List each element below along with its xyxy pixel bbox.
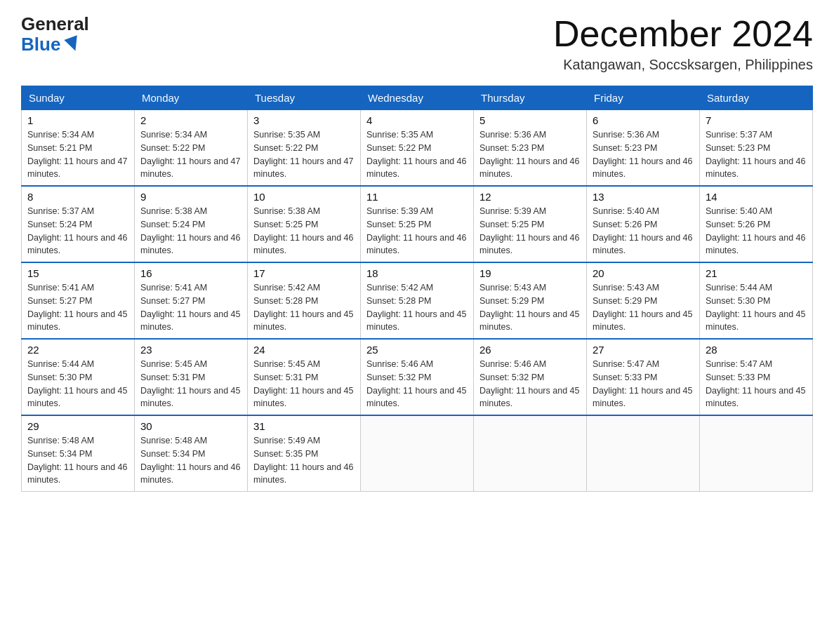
calendar-cell: 11 Sunrise: 5:39 AMSunset: 5:25 PMDaylig… (361, 186, 474, 262)
day-number: 16 (140, 267, 241, 279)
day-header-wednesday: Wednesday (361, 86, 474, 110)
day-info: Sunrise: 5:38 AMSunset: 5:24 PMDaylight:… (140, 206, 240, 255)
calendar-cell: 10 Sunrise: 5:38 AMSunset: 5:25 PMDaylig… (248, 186, 361, 262)
calendar-table: SundayMondayTuesdayWednesdayThursdayFrid… (21, 86, 813, 492)
calendar-cell: 28 Sunrise: 5:47 AMSunset: 5:33 PMDaylig… (700, 339, 813, 415)
calendar-cell (474, 415, 587, 492)
days-of-week-row: SundayMondayTuesdayWednesdayThursdayFrid… (22, 86, 813, 110)
calendar-cell: 16 Sunrise: 5:41 AMSunset: 5:27 PMDaylig… (135, 262, 248, 339)
day-info: Sunrise: 5:40 AMSunset: 5:26 PMDaylight:… (706, 206, 805, 255)
day-number: 24 (253, 344, 355, 356)
day-number: 20 (593, 267, 694, 279)
day-info: Sunrise: 5:49 AMSunset: 5:35 PMDaylight:… (253, 436, 353, 485)
day-number: 25 (366, 344, 468, 356)
day-number: 9 (140, 191, 241, 203)
day-info: Sunrise: 5:42 AMSunset: 5:28 PMDaylight:… (253, 283, 353, 332)
calendar-cell: 18 Sunrise: 5:42 AMSunset: 5:28 PMDaylig… (361, 262, 474, 339)
calendar-cell: 23 Sunrise: 5:45 AMSunset: 5:31 PMDaylig… (135, 339, 248, 415)
day-number: 15 (27, 267, 128, 279)
logo-blue-text: Blue (21, 34, 83, 55)
calendar-cell: 20 Sunrise: 5:43 AMSunset: 5:29 PMDaylig… (587, 262, 700, 339)
calendar-cell: 17 Sunrise: 5:42 AMSunset: 5:28 PMDaylig… (248, 262, 361, 339)
calendar-cell: 1 Sunrise: 5:34 AMSunset: 5:21 PMDayligh… (22, 110, 135, 187)
logo: General Blue (21, 14, 89, 54)
day-number: 26 (479, 344, 581, 356)
day-number: 13 (593, 191, 694, 203)
day-number: 1 (27, 114, 128, 126)
week-row-2: 8 Sunrise: 5:37 AMSunset: 5:24 PMDayligh… (22, 186, 813, 262)
day-number: 10 (253, 191, 355, 203)
calendar-cell: 30 Sunrise: 5:48 AMSunset: 5:34 PMDaylig… (135, 415, 248, 492)
logo-triangle-icon (65, 35, 82, 53)
day-info: Sunrise: 5:37 AMSunset: 5:24 PMDaylight:… (27, 206, 127, 255)
month-title: December 2024 (553, 14, 813, 54)
calendar-cell: 4 Sunrise: 5:35 AMSunset: 5:22 PMDayligh… (361, 110, 474, 187)
day-header-sunday: Sunday (22, 86, 135, 110)
day-number: 14 (706, 191, 807, 203)
day-number: 3 (253, 114, 355, 126)
day-info: Sunrise: 5:48 AMSunset: 5:34 PMDaylight:… (140, 436, 240, 485)
day-number: 18 (366, 267, 468, 279)
day-number: 7 (706, 114, 807, 126)
day-info: Sunrise: 5:39 AMSunset: 5:25 PMDaylight:… (366, 206, 466, 255)
day-info: Sunrise: 5:41 AMSunset: 5:27 PMDaylight:… (27, 283, 127, 332)
day-number: 17 (253, 267, 355, 279)
day-info: Sunrise: 5:48 AMSunset: 5:34 PMDaylight:… (27, 436, 127, 485)
calendar-cell: 6 Sunrise: 5:36 AMSunset: 5:23 PMDayligh… (587, 110, 700, 187)
week-row-4: 22 Sunrise: 5:44 AMSunset: 5:30 PMDaylig… (22, 339, 813, 415)
day-number: 11 (366, 191, 468, 203)
calendar-cell: 22 Sunrise: 5:44 AMSunset: 5:30 PMDaylig… (22, 339, 135, 415)
day-info: Sunrise: 5:34 AMSunset: 5:22 PMDaylight:… (140, 130, 240, 179)
calendar-cell (587, 415, 700, 492)
day-number: 27 (593, 344, 694, 356)
day-number: 2 (140, 114, 241, 126)
day-header-thursday: Thursday (474, 86, 587, 110)
day-info: Sunrise: 5:43 AMSunset: 5:29 PMDaylight:… (593, 283, 692, 332)
day-number: 28 (706, 344, 807, 356)
calendar-cell: 8 Sunrise: 5:37 AMSunset: 5:24 PMDayligh… (22, 186, 135, 262)
day-number: 19 (479, 267, 581, 279)
header: General Blue December 2024 Katangawan, S… (21, 14, 813, 73)
calendar-cell: 7 Sunrise: 5:37 AMSunset: 5:23 PMDayligh… (700, 110, 813, 187)
day-number: 6 (593, 114, 694, 126)
day-header-tuesday: Tuesday (248, 86, 361, 110)
day-number: 22 (27, 344, 128, 356)
day-info: Sunrise: 5:41 AMSunset: 5:27 PMDaylight:… (140, 283, 240, 332)
day-number: 30 (140, 420, 241, 432)
day-info: Sunrise: 5:45 AMSunset: 5:31 PMDaylight:… (140, 359, 240, 408)
calendar-cell: 29 Sunrise: 5:48 AMSunset: 5:34 PMDaylig… (22, 415, 135, 492)
day-info: Sunrise: 5:47 AMSunset: 5:33 PMDaylight:… (706, 359, 805, 408)
week-row-5: 29 Sunrise: 5:48 AMSunset: 5:34 PMDaylig… (22, 415, 813, 492)
calendar-cell: 25 Sunrise: 5:46 AMSunset: 5:32 PMDaylig… (361, 339, 474, 415)
day-number: 31 (253, 420, 355, 432)
day-info: Sunrise: 5:36 AMSunset: 5:23 PMDaylight:… (479, 130, 579, 179)
calendar-cell: 13 Sunrise: 5:40 AMSunset: 5:26 PMDaylig… (587, 186, 700, 262)
subtitle: Katangawan, Soccsksargen, Philippines (553, 57, 813, 73)
day-info: Sunrise: 5:47 AMSunset: 5:33 PMDaylight:… (593, 359, 692, 408)
day-info: Sunrise: 5:43 AMSunset: 5:29 PMDaylight:… (479, 283, 579, 332)
day-header-friday: Friday (587, 86, 700, 110)
logo-general-text: General (21, 14, 89, 34)
day-info: Sunrise: 5:44 AMSunset: 5:30 PMDaylight:… (706, 283, 805, 332)
day-info: Sunrise: 5:46 AMSunset: 5:32 PMDaylight:… (479, 359, 579, 408)
title-area: December 2024 Katangawan, Soccsksargen, … (553, 14, 813, 73)
calendar-cell: 24 Sunrise: 5:45 AMSunset: 5:31 PMDaylig… (248, 339, 361, 415)
day-info: Sunrise: 5:36 AMSunset: 5:23 PMDaylight:… (593, 130, 692, 179)
calendar-cell: 19 Sunrise: 5:43 AMSunset: 5:29 PMDaylig… (474, 262, 587, 339)
calendar-cell (700, 415, 813, 492)
day-number: 21 (706, 267, 807, 279)
day-info: Sunrise: 5:42 AMSunset: 5:28 PMDaylight:… (366, 283, 466, 332)
day-info: Sunrise: 5:40 AMSunset: 5:26 PMDaylight:… (593, 206, 692, 255)
day-info: Sunrise: 5:46 AMSunset: 5:32 PMDaylight:… (366, 359, 466, 408)
day-number: 8 (27, 191, 128, 203)
calendar-body: 1 Sunrise: 5:34 AMSunset: 5:21 PMDayligh… (22, 110, 813, 492)
day-info: Sunrise: 5:37 AMSunset: 5:23 PMDaylight:… (706, 130, 805, 179)
day-info: Sunrise: 5:35 AMSunset: 5:22 PMDaylight:… (253, 130, 353, 179)
calendar-cell: 31 Sunrise: 5:49 AMSunset: 5:35 PMDaylig… (248, 415, 361, 492)
calendar-cell: 21 Sunrise: 5:44 AMSunset: 5:30 PMDaylig… (700, 262, 813, 339)
calendar-cell (361, 415, 474, 492)
day-number: 23 (140, 344, 241, 356)
calendar-cell: 2 Sunrise: 5:34 AMSunset: 5:22 PMDayligh… (135, 110, 248, 187)
calendar-cell: 9 Sunrise: 5:38 AMSunset: 5:24 PMDayligh… (135, 186, 248, 262)
day-info: Sunrise: 5:38 AMSunset: 5:25 PMDaylight:… (253, 206, 353, 255)
